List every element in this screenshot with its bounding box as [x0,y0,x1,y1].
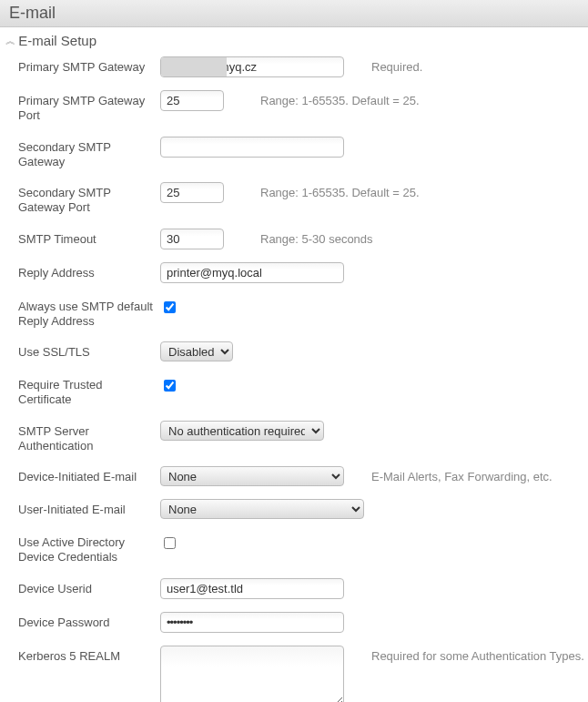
reply-label: Reply Address [18,262,160,280]
ad-creds-checkbox[interactable] [164,537,176,549]
primary-gateway-input[interactable] [160,56,344,77]
primary-port-input[interactable] [160,90,224,111]
dev-email-select[interactable]: None [160,466,344,486]
trusted-label: Require Trusted Certificate [18,374,160,408]
ssl-label: Use SSL/TLS [18,341,160,360]
ssl-select[interactable]: Disabled [160,341,233,361]
auth-label: SMTP Server Authentication [18,421,160,454]
primary-gateway-label: Primary SMTP Gateway [18,56,160,75]
secondary-port-input[interactable] [160,182,224,203]
ad-creds-label: Use Active Directory Device Credentials [18,532,160,565]
section-header[interactable]: ︽ E-mail Setup [0,27,588,56]
timeout-hint: Range: 5-30 seconds [224,229,373,246]
kerberos-textarea[interactable] [160,646,344,703]
secondary-port-label: Secondary SMTP Gateway Port [18,182,160,216]
timeout-label: SMTP Timeout [18,229,160,247]
secondary-gateway-label: Secondary SMTP Gateway [18,137,160,170]
userid-label: Device Userid [18,578,160,596]
user-email-select[interactable]: None [160,499,364,519]
password-input[interactable] [160,612,344,633]
always-reply-label: Always use SMTP default Reply Address [18,296,160,330]
page-header: E-mail [0,0,588,27]
user-email-label: User-Initiated E-mail [18,499,160,517]
email-setup-form: Primary SMTP Gateway Required. Primary S… [0,56,588,702]
always-reply-checkbox[interactable] [164,301,176,313]
page-title: E-mail [9,4,56,22]
kerberos-hint: Required for some Authentication Types. [344,646,584,663]
primary-port-label: Primary SMTP Gateway Port [18,90,160,124]
primary-gateway-hint: Required. [344,56,422,74]
kerberos-label: Kerberos 5 REALM [18,646,160,664]
secondary-port-hint: Range: 1-65535. Default = 25. [224,182,420,199]
auth-select[interactable]: No authentication required [160,421,324,441]
timeout-input[interactable] [160,229,224,249]
userid-input[interactable] [160,578,344,599]
dev-email-hint: E-Mail Alerts, Fax Forwarding, etc. [344,466,553,483]
secondary-gateway-input[interactable] [160,137,344,158]
chevron-up-icon: ︽ [5,36,15,47]
section-title: E-mail Setup [18,33,96,48]
primary-port-hint: Range: 1-65535. Default = 25. [224,90,420,107]
password-label: Device Password [18,612,160,630]
trusted-checkbox[interactable] [164,380,176,392]
reply-input[interactable] [160,262,344,283]
dev-email-label: Device-Initiated E-mail [18,466,160,484]
